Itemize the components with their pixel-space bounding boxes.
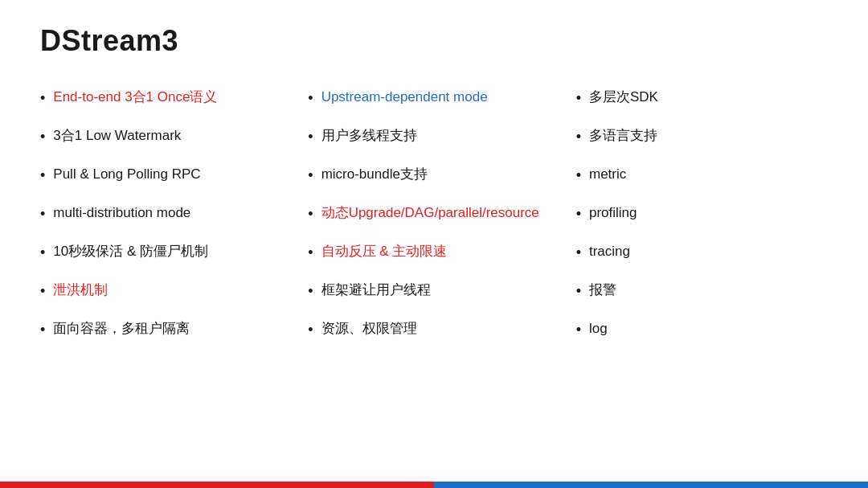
item-text: Pull & Long Polling RPC	[53, 164, 200, 185]
item-text: 泄洪机制	[53, 280, 108, 301]
list-item: •用户多线程支持	[308, 119, 559, 154]
bullet-icon: •	[40, 242, 45, 264]
list-item: •报警	[576, 273, 828, 309]
bullet-icon: •	[308, 242, 313, 264]
item-text: 3合1 Low Watermark	[53, 125, 181, 146]
list-item: •泄洪机制	[40, 273, 292, 309]
list-item: •End-to-end 3合1 Once语义	[40, 80, 292, 116]
list-item: •3合1 Low Watermark	[40, 119, 292, 154]
bullet-icon: •	[576, 126, 581, 148]
list-item: •多语言支持	[576, 119, 828, 154]
item-text: profiling	[589, 203, 637, 223]
bullet-icon: •	[576, 203, 581, 225]
item-text: 多层次SDK	[589, 87, 658, 108]
bullet-icon: •	[40, 88, 45, 109]
bullet-icon: •	[308, 203, 313, 225]
bottom-bar-blue	[434, 482, 868, 488]
list-item: •profiling	[576, 196, 828, 232]
item-text: log	[589, 318, 608, 339]
list-item: •资源、权限管理	[308, 312, 559, 347]
list-item: •面向容器，多租户隔离	[40, 312, 292, 347]
item-text: 框架避让用户线程	[321, 280, 431, 301]
list-item: •Pull & Long Polling RPC	[40, 158, 292, 193]
column-1: •End-to-end 3合1 Once语义•3合1 Low Watermark…	[40, 80, 292, 347]
item-text: End-to-end 3合1 Once语义	[53, 87, 217, 108]
list-item: •Upstream-dependent mode	[308, 80, 559, 116]
slide-title: DStream3	[40, 24, 828, 58]
bottom-bar-red	[0, 482, 434, 488]
item-text: 动态Upgrade/DAG/parallel/resource	[321, 203, 539, 223]
item-text: multi-distribution mode	[53, 203, 190, 223]
bullet-icon: •	[308, 165, 313, 187]
item-text: 用户多线程支持	[321, 125, 417, 146]
item-text: 资源、权限管理	[321, 318, 417, 339]
content-grid: •End-to-end 3合1 Once语义•3合1 Low Watermark…	[40, 80, 828, 347]
list-item: •多层次SDK	[576, 80, 828, 116]
slide-container: DStream3 •End-to-end 3合1 Once语义•3合1 Low …	[0, 0, 868, 488]
list-item: •10秒级保活 & 防僵尸机制	[40, 235, 292, 270]
item-text: metric	[589, 164, 626, 185]
bullet-icon: •	[40, 165, 45, 187]
bullet-icon: •	[308, 319, 313, 341]
bullet-icon: •	[40, 126, 45, 148]
list-item: •动态Upgrade/DAG/parallel/resource	[308, 196, 559, 232]
bullet-icon: •	[576, 319, 581, 341]
bottom-bar	[0, 482, 868, 488]
column-3: •多层次SDK•多语言支持•metric•profiling•tracing•报…	[576, 80, 828, 347]
list-item: •框架避让用户线程	[308, 273, 559, 309]
list-item: •metric	[576, 158, 828, 193]
column-2: •Upstream-dependent mode•用户多线程支持•micro-b…	[308, 80, 559, 347]
bullet-icon: •	[576, 165, 581, 187]
bullet-icon: •	[576, 88, 581, 109]
bullet-icon: •	[308, 88, 313, 109]
item-text: 报警	[589, 280, 616, 301]
item-text: tracing	[589, 241, 630, 262]
item-text: micro-bundle支持	[321, 164, 428, 185]
bullet-icon: •	[576, 281, 581, 302]
item-text: 多语言支持	[589, 125, 657, 146]
bullet-icon: •	[40, 203, 45, 225]
item-text: Upstream-dependent mode	[321, 87, 488, 108]
bullet-icon: •	[308, 126, 313, 148]
bullet-icon: •	[576, 242, 581, 264]
list-item: •tracing	[576, 235, 828, 270]
list-item: •log	[576, 312, 828, 347]
item-text: 面向容器，多租户隔离	[53, 318, 190, 339]
bullet-icon: •	[40, 319, 45, 341]
item-text: 10秒级保活 & 防僵尸机制	[53, 241, 208, 262]
bullet-icon: •	[40, 281, 45, 302]
bullet-icon: •	[308, 281, 313, 302]
list-item: •micro-bundle支持	[308, 158, 559, 193]
list-item: •multi-distribution mode	[40, 196, 292, 232]
list-item: •自动反压 & 主动限速	[308, 235, 559, 270]
item-text: 自动反压 & 主动限速	[321, 241, 448, 262]
